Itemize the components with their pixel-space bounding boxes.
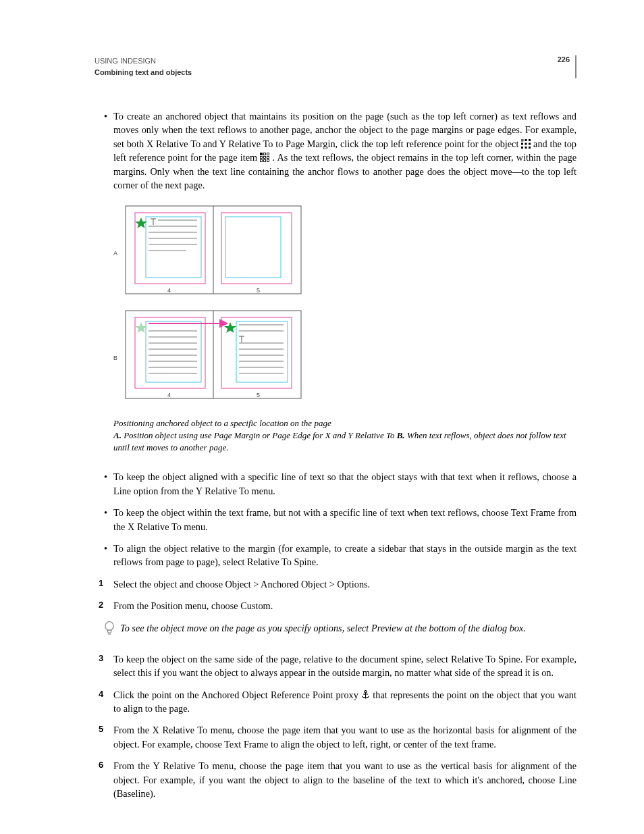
body-text: To keep the object on the same side of t… xyxy=(113,654,576,678)
figure: A xyxy=(113,205,576,411)
figure-label-a: A xyxy=(113,250,117,257)
svg-rect-19 xyxy=(267,160,269,162)
bullet-list-top: To create an anchored object that mainta… xyxy=(95,109,576,192)
svg-rect-13 xyxy=(267,153,269,155)
page-header: USING INDESIGN Combining text and object… xyxy=(95,55,576,78)
svg-rect-3 xyxy=(521,142,523,145)
svg-rect-14 xyxy=(261,157,263,159)
step-item: To keep the object on the same side of t… xyxy=(113,652,576,680)
caption-title: Positioning anchored object to a specifi… xyxy=(113,417,576,429)
bullet-item: To keep the object within the text frame… xyxy=(113,506,576,533)
tip-text: To see the object move on the page as yo… xyxy=(120,621,526,636)
body-text: To align the object relative to the marg… xyxy=(113,543,576,567)
body-text: Click the point on the Anchored Object R… xyxy=(113,689,361,700)
header-left: USING INDESIGN Combining text and object… xyxy=(95,55,192,78)
page-content: USING INDESIGN Combining text and object… xyxy=(0,0,644,834)
step-item: From the Y Relative To menu, choose the … xyxy=(113,759,576,800)
svg-point-68 xyxy=(105,621,113,630)
svg-point-10 xyxy=(522,140,523,141)
body-text: From the X Relative To menu, choose the … xyxy=(113,725,576,749)
bullet-item: To keep the object aligned with a specif… xyxy=(113,470,576,498)
svg-text:4: 4 xyxy=(167,287,171,294)
step-item: From the X Relative To menu, choose the … xyxy=(113,723,576,751)
figure-label-b: B xyxy=(113,355,117,361)
caption-label-b: B. xyxy=(397,430,405,440)
body-text: To keep the object within the text frame… xyxy=(113,507,576,531)
svg-rect-2 xyxy=(529,139,531,141)
bullet-list-mid: To keep the object aligned with a specif… xyxy=(95,470,576,569)
svg-rect-4 xyxy=(525,142,527,145)
caption-body: A. Position object using use Page Margin… xyxy=(113,429,576,454)
svg-rect-7 xyxy=(525,147,527,149)
svg-rect-8 xyxy=(529,147,531,149)
step-item: Select the object and choose Object > An… xyxy=(113,577,576,591)
body-text: From the Y Relative To menu, choose the … xyxy=(113,760,576,799)
svg-rect-5 xyxy=(529,142,531,145)
tip: To see the object move on the page as yo… xyxy=(104,621,576,636)
caption-text-a: Position object using use Page Margin or… xyxy=(122,430,397,440)
svg-rect-16 xyxy=(267,157,269,159)
svg-rect-20 xyxy=(260,153,263,155)
body-text: To create an anchored object that mainta… xyxy=(113,111,576,149)
svg-rect-12 xyxy=(264,153,266,155)
svg-text:4: 4 xyxy=(167,392,171,398)
bullet-item: To create an anchored object that mainta… xyxy=(113,109,576,192)
step-list-3456: To keep the object on the same side of t… xyxy=(95,652,576,801)
svg-rect-1 xyxy=(525,139,527,141)
svg-rect-17 xyxy=(261,160,263,162)
step-list-12: Select the object and choose Object > An… xyxy=(95,577,576,613)
reference-point-page-icon xyxy=(260,153,269,162)
header-section: Combining text and objects xyxy=(95,67,192,78)
svg-text:5: 5 xyxy=(257,392,260,398)
body-text: Select the object and choose Object > An… xyxy=(113,579,370,590)
svg-rect-18 xyxy=(264,160,266,162)
header-product: USING INDESIGN xyxy=(95,55,192,67)
body-text: To keep the object aligned with a specif… xyxy=(113,471,576,496)
figure-svg: A xyxy=(113,205,309,411)
lightbulb-icon xyxy=(104,621,115,636)
caption-label-a: A. xyxy=(113,430,122,440)
reference-point-object-icon xyxy=(521,139,531,149)
page-number: 226 xyxy=(558,55,576,78)
step-item: Click the point on the Anchored Object R… xyxy=(113,688,576,716)
svg-rect-6 xyxy=(521,147,523,149)
figure-caption: Positioning anchored object to a specifi… xyxy=(113,417,576,454)
body-text: From the Position menu, choose Custom. xyxy=(113,600,273,611)
svg-rect-15 xyxy=(264,157,266,159)
svg-text:5: 5 xyxy=(257,287,260,294)
anchor-icon xyxy=(361,690,370,700)
step-item: From the Position menu, choose Custom. xyxy=(113,599,576,613)
bullet-item: To align the object relative to the marg… xyxy=(113,542,576,569)
